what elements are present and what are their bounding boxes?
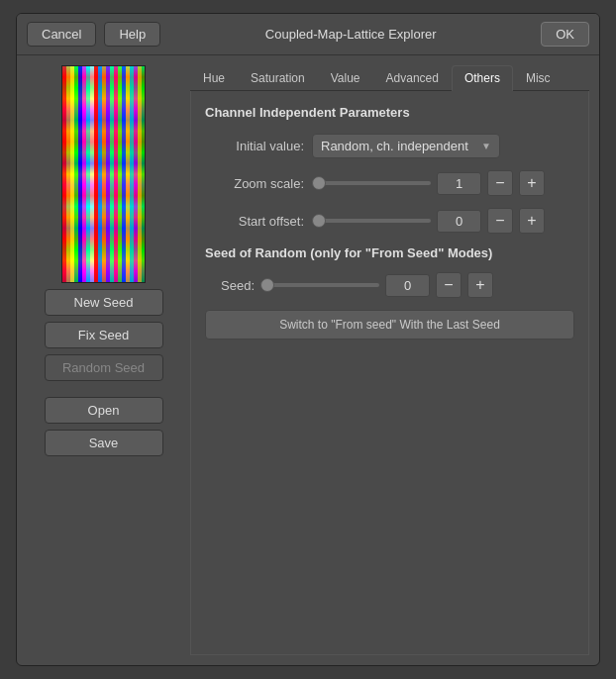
tabs-bar: Hue Saturation Value Advanced Others Mis… [190,65,589,91]
initial-value-selected: Random, ch. independent [321,139,468,153]
window-title: Coupled-Map-Lattice Explorer [168,27,533,42]
right-panel: Hue Saturation Value Advanced Others Mis… [190,65,589,655]
start-offset-slider-container: − + [312,208,574,234]
start-offset-increment[interactable]: + [519,208,545,234]
zoom-scale-input[interactable] [437,172,481,195]
seed-increment[interactable]: + [467,272,493,298]
cancel-button[interactable]: Cancel [27,22,96,47]
tab-value[interactable]: Value [318,65,373,90]
start-offset-input[interactable] [437,210,481,233]
seed-slider[interactable] [260,283,379,287]
preview-image [61,65,146,283]
main-content: New Seed Fix Seed Random Seed Open Save … [17,55,599,665]
panel-content: Channel Independent Parameters Initial v… [190,91,589,655]
zoom-scale-increment[interactable]: + [519,170,545,196]
tab-others[interactable]: Others [452,65,513,91]
initial-value-label: Initial value: [205,139,304,153]
initial-value-dropdown[interactable]: Random, ch. independent ▼ [312,134,500,158]
section-title: Channel Independent Parameters [205,105,574,120]
tab-hue[interactable]: Hue [190,65,238,90]
zoom-scale-slider-container: − + [312,170,574,196]
new-seed-button[interactable]: New Seed [45,289,163,316]
tab-advanced[interactable]: Advanced [373,65,452,90]
zoom-scale-slider[interactable] [312,181,431,185]
left-panel: New Seed Fix Seed Random Seed Open Save [27,65,180,655]
save-button[interactable]: Save [45,430,163,456]
start-offset-slider[interactable] [312,219,431,223]
ok-button[interactable]: OK [541,22,589,47]
seed-slider-container: − + [260,272,574,298]
zoom-scale-row: Zoom scale: − + [205,170,574,196]
start-offset-label: Start offset: [205,214,304,229]
dropdown-arrow-icon: ▼ [481,141,491,151]
help-button[interactable]: Help [104,22,160,47]
tab-misc[interactable]: Misc [513,65,564,90]
initial-value-row: Initial value: Random, ch. independent ▼ [205,134,574,158]
zoom-scale-decrement[interactable]: − [487,170,513,196]
seed-section-title: Seed of Random (only for "From Seed" Mod… [205,245,574,260]
seed-label: Seed: [205,278,255,293]
fix-seed-button[interactable]: Fix Seed [45,322,163,348]
random-seed-button[interactable]: Random Seed [45,354,163,381]
zoom-scale-label: Zoom scale: [205,176,304,191]
start-offset-decrement[interactable]: − [487,208,513,234]
start-offset-row: Start offset: − + [205,208,574,234]
open-save-group: Open Save [45,397,163,456]
seed-decrement[interactable]: − [436,272,462,298]
titlebar: Cancel Help Coupled-Map-Lattice Explorer… [17,14,599,55]
tab-saturation[interactable]: Saturation [238,65,318,90]
switch-from-seed-button[interactable]: Switch to "From seed" With the Last Seed [205,310,574,340]
open-button[interactable]: Open [45,397,163,424]
seed-row: Seed: − + [205,272,574,298]
preview-stripes [62,66,145,282]
main-window: Cancel Help Coupled-Map-Lattice Explorer… [16,13,600,666]
seed-input[interactable] [385,274,430,297]
